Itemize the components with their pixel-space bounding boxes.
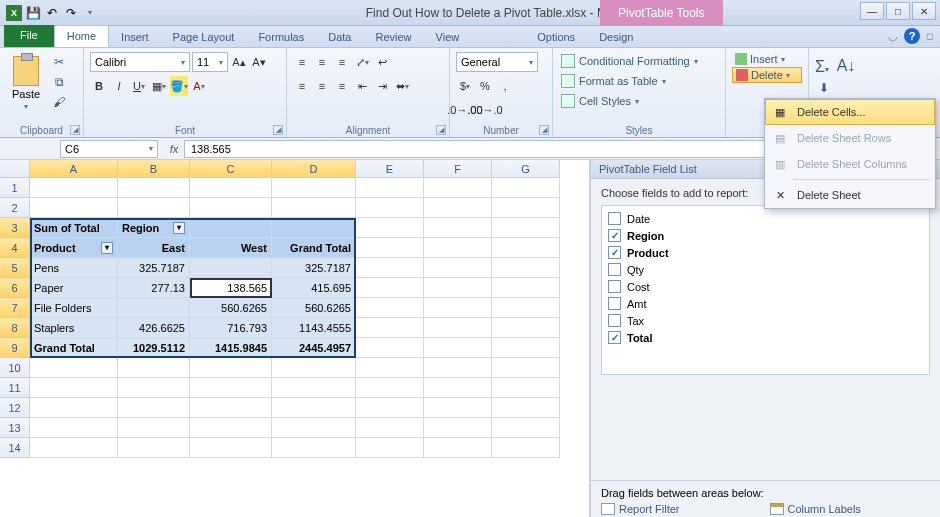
cell-F13[interactable] (424, 418, 492, 438)
field-amt[interactable]: Amt (606, 295, 925, 312)
delete-cells-button[interactable]: Delete▾ (732, 67, 802, 83)
menu-delete-sheet[interactable]: ✕Delete Sheet (765, 182, 935, 208)
bold-button[interactable]: B (90, 76, 108, 96)
cell-D9[interactable]: 2445.4957 (272, 338, 356, 358)
cell-D1[interactable] (272, 178, 356, 198)
cell-B14[interactable] (118, 438, 190, 458)
align-middle-icon[interactable]: ≡ (313, 52, 331, 72)
fill-color-button[interactable]: 🪣▾ (170, 76, 188, 96)
cell-C5[interactable] (190, 258, 272, 278)
field-date[interactable]: Date (606, 210, 925, 227)
cell-D10[interactable] (272, 358, 356, 378)
format-as-table-button[interactable]: Format as Table▾ (559, 72, 719, 90)
underline-button[interactable]: U▾ (130, 76, 148, 96)
cell-F10[interactable] (424, 358, 492, 378)
clipboard-dialog-launcher[interactable]: ◢ (70, 125, 80, 135)
area-column-labels[interactable]: Column Labels (770, 503, 931, 515)
name-box[interactable]: C6▾ (60, 140, 158, 158)
region-filter-icon[interactable]: ▾ (173, 222, 185, 234)
row-header-12[interactable]: 12 (0, 398, 30, 418)
redo-icon[interactable]: ↷ (63, 5, 79, 21)
cell-G5[interactable] (492, 258, 560, 278)
align-center-icon[interactable]: ≡ (313, 76, 331, 96)
cell-G7[interactable] (492, 298, 560, 318)
cell-E3[interactable] (356, 218, 424, 238)
field-checkbox-region[interactable]: ✓ (608, 229, 621, 242)
cell-G4[interactable] (492, 238, 560, 258)
field-cost[interactable]: Cost (606, 278, 925, 295)
cell-E4[interactable] (356, 238, 424, 258)
field-checkbox-qty[interactable] (608, 263, 621, 276)
cell-A3[interactable]: Sum of Total (30, 218, 118, 238)
decrease-font-icon[interactable]: A▾ (250, 52, 268, 72)
field-checkbox-amt[interactable] (608, 297, 621, 310)
cell-A11[interactable] (30, 378, 118, 398)
cell-C2[interactable] (190, 198, 272, 218)
cell-E11[interactable] (356, 378, 424, 398)
insert-cells-button[interactable]: Insert▾ (732, 52, 802, 66)
currency-icon[interactable]: $▾ (456, 76, 474, 96)
decrease-indent-icon[interactable]: ⇤ (353, 76, 371, 96)
format-painter-icon[interactable]: 🖌 (50, 94, 68, 110)
cell-E10[interactable] (356, 358, 424, 378)
cell-B5[interactable]: 325.7187 (118, 258, 190, 278)
cell-G8[interactable] (492, 318, 560, 338)
cell-F2[interactable] (424, 198, 492, 218)
row-header-9[interactable]: 9 (0, 338, 30, 358)
cell-D3[interactable] (272, 218, 356, 238)
cell-B2[interactable] (118, 198, 190, 218)
cell-A6[interactable]: Paper (30, 278, 118, 298)
cell-G13[interactable] (492, 418, 560, 438)
font-name-select[interactable]: Calibri▾ (90, 52, 190, 72)
cell-B3[interactable]: Region▾ (118, 218, 190, 238)
cell-C6[interactable]: 138.565 (190, 278, 272, 298)
field-total[interactable]: ✓Total (606, 329, 925, 346)
cell-B12[interactable] (118, 398, 190, 418)
excel-icon[interactable]: X (6, 5, 22, 21)
cell-E1[interactable] (356, 178, 424, 198)
cell-D2[interactable] (272, 198, 356, 218)
number-format-select[interactable]: General▾ (456, 52, 538, 72)
col-header-b[interactable]: B (118, 160, 190, 178)
cell-C8[interactable]: 716.793 (190, 318, 272, 338)
cell-C12[interactable] (190, 398, 272, 418)
copy-icon[interactable]: ⧉ (50, 74, 68, 90)
cell-E7[interactable] (356, 298, 424, 318)
cell-C14[interactable] (190, 438, 272, 458)
fill-icon[interactable]: ⬇ (815, 80, 833, 96)
cell-C1[interactable] (190, 178, 272, 198)
orientation-icon[interactable]: ⤢▾ (353, 52, 371, 72)
tab-insert[interactable]: Insert (109, 27, 161, 47)
cell-D14[interactable] (272, 438, 356, 458)
tab-data[interactable]: Data (316, 27, 363, 47)
tab-view[interactable]: View (424, 27, 472, 47)
tab-home[interactable]: Home (54, 25, 109, 47)
row-header-8[interactable]: 8 (0, 318, 30, 338)
cell-C11[interactable] (190, 378, 272, 398)
cell-C9[interactable]: 1415.9845 (190, 338, 272, 358)
cell-B6[interactable]: 277.13 (118, 278, 190, 298)
col-header-f[interactable]: F (424, 160, 492, 178)
cell-G1[interactable] (492, 178, 560, 198)
cell-A9[interactable]: Grand Total (30, 338, 118, 358)
cell-D5[interactable]: 325.7187 (272, 258, 356, 278)
cell-D4[interactable]: Grand Total (272, 238, 356, 258)
cell-D6[interactable]: 415.695 (272, 278, 356, 298)
autosum-icon[interactable]: Σ▾ (815, 58, 833, 76)
paste-button[interactable]: Paste ▾ (6, 50, 46, 116)
cell-D13[interactable] (272, 418, 356, 438)
cell-D12[interactable] (272, 398, 356, 418)
conditional-formatting-button[interactable]: Conditional Formatting▾ (559, 52, 719, 70)
help-icon[interactable]: ? (904, 28, 920, 44)
cell-E12[interactable] (356, 398, 424, 418)
cell-E13[interactable] (356, 418, 424, 438)
maximize-button[interactable]: □ (886, 2, 910, 20)
qat-customize-icon[interactable]: ▾ (82, 5, 98, 21)
close-button[interactable]: ✕ (912, 2, 936, 20)
percent-icon[interactable]: % (476, 76, 494, 96)
cell-A4[interactable]: Product▾ (30, 238, 118, 258)
cell-C7[interactable]: 560.6265 (190, 298, 272, 318)
merge-center-icon[interactable]: ⬌▾ (393, 76, 411, 96)
cell-C10[interactable] (190, 358, 272, 378)
alignment-dialog-launcher[interactable]: ◢ (436, 125, 446, 135)
